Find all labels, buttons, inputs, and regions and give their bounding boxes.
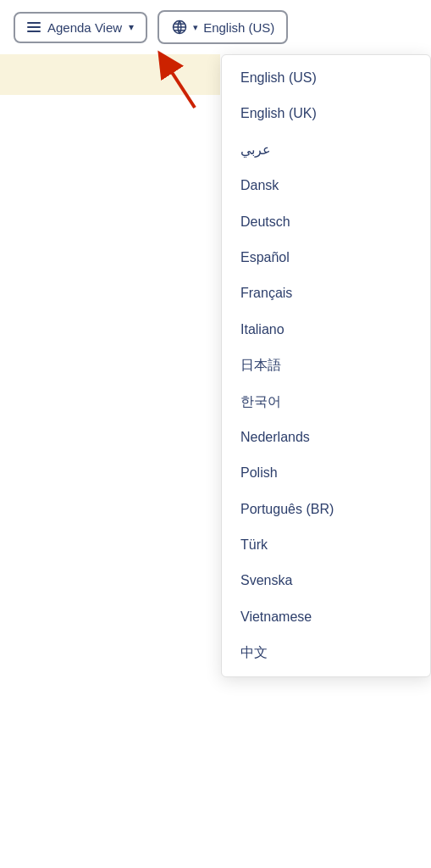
hamburger-icon	[27, 22, 41, 32]
language-option[interactable]: Español	[222, 240, 430, 275]
language-option[interactable]: Italiano	[222, 312, 430, 348]
language-option[interactable]: Vietnamese	[222, 599, 430, 635]
language-option[interactable]: Português (BR)	[222, 492, 430, 527]
lang-chevron-small-icon: ▾	[193, 22, 198, 33]
top-bar: Agenda View ▾ ▾ English (US)	[0, 0, 431, 54]
agenda-view-label: Agenda View	[47, 20, 122, 35]
language-option[interactable]: 中文	[222, 635, 430, 670]
language-option[interactable]: عربي	[222, 132, 430, 168]
language-option[interactable]: Deutsch	[222, 204, 430, 240]
agenda-chevron-icon: ▾	[129, 21, 134, 33]
language-option[interactable]: 한국어	[222, 384, 430, 420]
language-option[interactable]: Svenska	[222, 563, 430, 598]
language-option[interactable]: English (UK)	[222, 96, 430, 131]
language-option[interactable]: Français	[222, 275, 430, 311]
language-option[interactable]: English (US)	[222, 60, 430, 96]
language-option[interactable]: Nederlands	[222, 420, 430, 455]
red-arrow-icon	[119, 47, 203, 114]
language-label: English (US)	[203, 20, 274, 35]
language-dropdown: English (US)English (UK)عربيDanskDeutsch…	[221, 54, 431, 677]
agenda-view-button[interactable]: Agenda View ▾	[14, 12, 147, 43]
language-option[interactable]: 日本語	[222, 348, 430, 383]
language-option[interactable]: Türk	[222, 527, 430, 563]
arrow-indicator	[119, 47, 203, 118]
language-option[interactable]: Dansk	[222, 168, 430, 203]
main-content: English (US)English (UK)عربيDanskDeutsch…	[0, 54, 431, 95]
language-selector-button[interactable]: ▾ English (US)	[157, 10, 288, 44]
language-option[interactable]: Polish	[222, 455, 430, 491]
svg-line-2	[165, 62, 195, 108]
globe-icon	[171, 19, 188, 36]
